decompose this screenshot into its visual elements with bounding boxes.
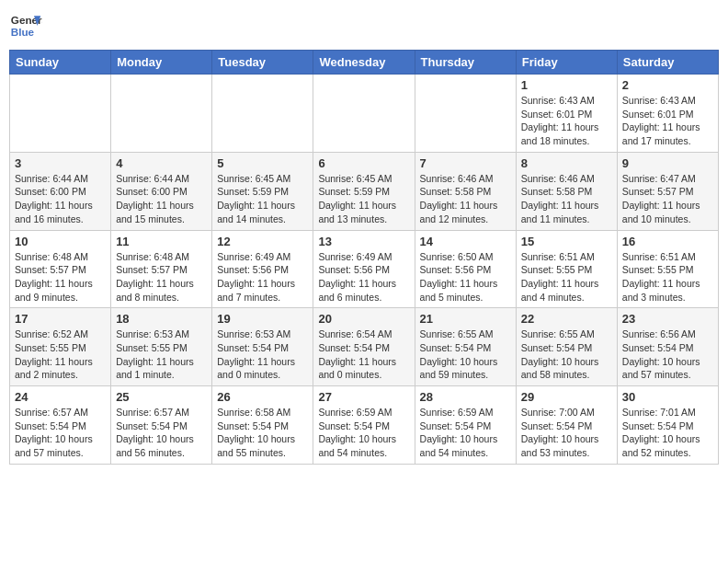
day-content: Sunrise: 6:44 AMSunset: 6:00 PMDaylight:… [116,172,207,226]
day-info-line: Sunset: 5:56 PM [318,263,409,277]
day-info-line: Sunset: 5:54 PM [622,341,713,355]
day-content: Sunrise: 6:46 AMSunset: 5:58 PMDaylight:… [521,172,612,226]
day-info-line: Daylight: 10 hours and 56 minutes. [116,432,207,459]
calendar-cell: 28Sunrise: 6:59 AMSunset: 5:54 PMDayligh… [415,386,516,465]
day-number: 11 [116,235,207,248]
day-number: 14 [420,235,511,248]
day-number: 1 [521,78,612,92]
day-info-line: Sunrise: 6:55 AM [420,327,511,341]
calendar-cell: 23Sunrise: 6:56 AMSunset: 5:54 PMDayligh… [617,308,718,386]
day-info-line: Sunrise: 6:46 AM [521,172,612,186]
calendar-cell: 6Sunrise: 6:45 AMSunset: 5:59 PMDaylight… [313,152,415,230]
day-info-line: Sunrise: 6:58 AM [217,406,308,419]
day-info-line: Sunrise: 6:53 AM [217,327,308,341]
calendar-cell [415,75,516,153]
day-info-line: Daylight: 11 hours and 7 minutes. [217,277,308,304]
day-content: Sunrise: 6:43 AMSunset: 6:01 PMDaylight:… [622,94,713,148]
day-info-line: Daylight: 11 hours and 14 minutes. [217,199,308,225]
day-info-line: Sunset: 6:01 PM [622,108,713,121]
calendar-cell: 3Sunrise: 6:44 AMSunset: 6:00 PMDaylight… [10,152,111,230]
day-info-line: Sunset: 5:54 PM [521,341,612,355]
day-info-line: Daylight: 10 hours and 53 minutes. [521,432,612,459]
day-info-line: Sunrise: 6:49 AM [318,250,409,264]
day-info-line: Daylight: 10 hours and 59 minutes. [420,355,511,382]
day-info-line: Sunset: 5:55 PM [116,341,207,355]
calendar-week-2: 3Sunrise: 6:44 AMSunset: 6:00 PMDaylight… [10,152,719,230]
day-info-line: Sunset: 5:58 PM [521,185,612,199]
day-info-line: Daylight: 11 hours and 18 minutes. [521,121,612,147]
day-info-line: Daylight: 11 hours and 0 minutes. [217,355,308,382]
calendar-cell: 25Sunrise: 6:57 AMSunset: 5:54 PMDayligh… [111,386,212,465]
day-info-line: Sunset: 5:55 PM [15,341,106,355]
day-content: Sunrise: 6:45 AMSunset: 5:59 PMDaylight:… [217,172,308,226]
calendar-cell: 20Sunrise: 6:54 AMSunset: 5:54 PMDayligh… [313,308,415,386]
day-info-line: Sunset: 5:54 PM [521,419,612,433]
day-number: 4 [116,156,207,170]
day-info-line: Sunset: 5:55 PM [622,263,713,277]
day-number: 9 [622,156,713,170]
day-info-line: Sunset: 5:54 PM [420,419,511,433]
calendar-cell [10,75,111,153]
day-info-line: Sunrise: 6:45 AM [217,172,308,186]
day-info-line: Sunset: 5:59 PM [318,185,409,199]
weekday-header-tuesday: Tuesday [212,51,313,75]
day-info-line: Daylight: 11 hours and 15 minutes. [116,199,207,225]
day-number: 15 [521,235,612,248]
calendar-cell [212,75,313,153]
calendar-table: SundayMondayTuesdayWednesdayThursdayFrid… [9,50,719,465]
weekday-header-sunday: Sunday [10,51,111,75]
day-info-line: Sunset: 5:54 PM [318,419,409,433]
day-number: 21 [420,312,511,326]
day-number: 27 [318,390,409,404]
day-content: Sunrise: 6:58 AMSunset: 5:54 PMDaylight:… [217,406,308,460]
calendar-cell: 30Sunrise: 7:01 AMSunset: 5:54 PMDayligh… [617,386,718,465]
day-info-line: Sunrise: 6:48 AM [116,250,207,264]
day-info-line: Sunrise: 7:01 AM [622,406,713,419]
day-info-line: Daylight: 11 hours and 16 minutes. [15,199,106,225]
page-header: General Blue [9,9,719,42]
day-info-line: Sunrise: 6:45 AM [318,172,409,186]
day-content: Sunrise: 6:46 AMSunset: 5:58 PMDaylight:… [420,172,511,226]
day-content: Sunrise: 6:55 AMSunset: 5:54 PMDaylight:… [420,327,511,382]
day-info-line: Daylight: 11 hours and 8 minutes. [116,277,207,304]
day-number: 26 [217,390,308,404]
day-info-line: Sunrise: 6:52 AM [15,327,106,341]
day-content: Sunrise: 6:57 AMSunset: 5:54 PMDaylight:… [15,406,106,460]
day-info-line: Sunrise: 6:53 AM [116,327,207,341]
day-info-line: Sunrise: 6:49 AM [217,250,308,264]
day-content: Sunrise: 7:01 AMSunset: 5:54 PMDaylight:… [622,406,713,460]
day-info-line: Sunset: 5:54 PM [116,419,207,433]
calendar-cell: 22Sunrise: 6:55 AMSunset: 5:54 PMDayligh… [516,308,617,386]
day-info-line: Sunset: 5:54 PM [217,341,308,355]
day-info-line: Sunset: 6:00 PM [15,185,106,199]
day-info-line: Sunset: 5:55 PM [521,263,612,277]
day-info-line: Daylight: 11 hours and 10 minutes. [622,199,713,225]
weekday-header-friday: Friday [516,51,617,75]
day-content: Sunrise: 6:47 AMSunset: 5:57 PMDaylight:… [622,172,713,226]
weekday-header-saturday: Saturday [617,51,718,75]
day-info-line: Sunrise: 6:59 AM [318,406,409,419]
day-info-line: Sunrise: 6:57 AM [15,406,106,419]
day-content: Sunrise: 7:00 AMSunset: 5:54 PMDaylight:… [521,406,612,460]
day-info-line: Sunrise: 6:51 AM [622,250,713,264]
weekday-header-thursday: Thursday [415,51,516,75]
day-info-line: Daylight: 11 hours and 11 minutes. [521,199,612,225]
day-content: Sunrise: 6:44 AMSunset: 6:00 PMDaylight:… [15,172,106,226]
day-content: Sunrise: 6:48 AMSunset: 5:57 PMDaylight:… [15,250,106,304]
day-info-line: Sunrise: 6:55 AM [521,327,612,341]
day-info-line: Daylight: 11 hours and 5 minutes. [420,277,511,304]
day-number: 12 [217,235,308,248]
calendar-week-1: 1Sunrise: 6:43 AMSunset: 6:01 PMDaylight… [10,75,719,153]
day-info-line: Sunset: 5:54 PM [217,419,308,433]
logo-icon: General Blue [9,9,42,42]
calendar-week-3: 10Sunrise: 6:48 AMSunset: 5:57 PMDayligh… [10,230,719,308]
day-info-line: Sunset: 5:56 PM [420,263,511,277]
day-number: 23 [622,312,713,326]
calendar-cell: 18Sunrise: 6:53 AMSunset: 5:55 PMDayligh… [111,308,212,386]
day-info-line: Daylight: 11 hours and 13 minutes. [318,199,409,225]
day-info-line: Sunrise: 6:51 AM [521,250,612,264]
day-info-line: Sunrise: 6:44 AM [116,172,207,186]
logo: General Blue [9,9,42,42]
day-number: 30 [622,390,713,404]
calendar-cell: 10Sunrise: 6:48 AMSunset: 5:57 PMDayligh… [10,230,111,308]
